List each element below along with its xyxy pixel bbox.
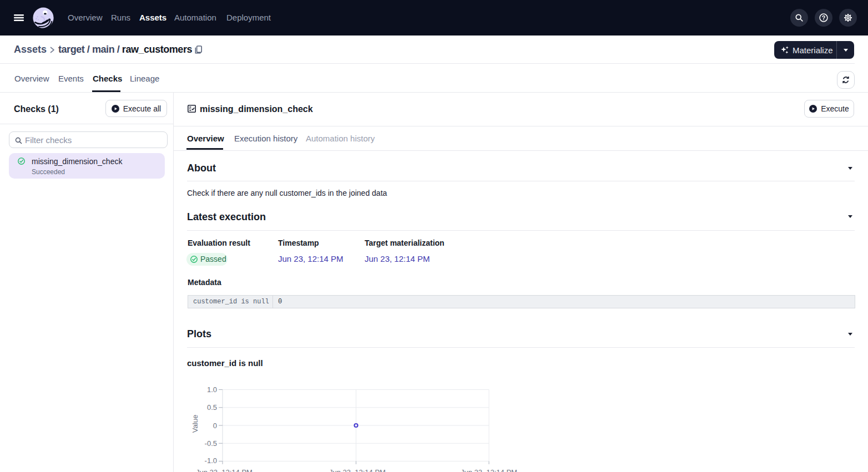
svg-text:0.5: 0.5 bbox=[207, 403, 217, 412]
svg-text:Jun 23, 12:14 PM: Jun 23, 12:14 PM bbox=[329, 468, 386, 472]
svg-text:Value: Value bbox=[191, 415, 199, 433]
svg-text:-1.0: -1.0 bbox=[205, 456, 217, 465]
svg-text:-0.5: -0.5 bbox=[205, 439, 217, 448]
svg-text:Jun 23, 12:14 PM: Jun 23, 12:14 PM bbox=[461, 468, 517, 472]
svg-text:Jun 23, 12:14 PM: Jun 23, 12:14 PM bbox=[196, 468, 253, 472]
svg-text:1.0: 1.0 bbox=[207, 385, 217, 394]
svg-text:0: 0 bbox=[213, 422, 217, 430]
